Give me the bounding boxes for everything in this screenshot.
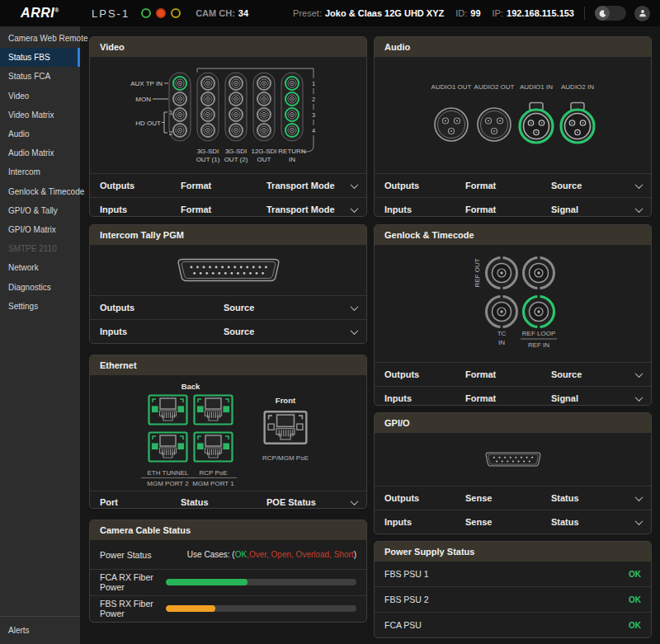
ethernet-front-label: Front (276, 396, 296, 405)
user-account-button[interactable] (634, 6, 650, 21)
sidebar-item-genlock-timecode[interactable]: Genlock & Timecode (0, 182, 80, 201)
col-return-line1: RETURN (278, 148, 306, 155)
sidebar-item-intercom[interactable]: Intercom (0, 162, 80, 181)
return-in-4-connector (285, 124, 299, 137)
col-3gsdi2-line1: 3G-SDI (225, 148, 248, 155)
gpio-inputs-sense: Sense (465, 517, 551, 527)
fbs-psu1-label: FBS PSU 1 (384, 569, 429, 579)
audio-outputs-format: Format (465, 181, 551, 190)
sidebar-item-gpio-matrix[interactable]: GPI/O Matrix (0, 220, 80, 239)
fbs-psu1-status: OK (629, 570, 641, 579)
intercom-outputs-source: Source (224, 303, 342, 313)
ethernet-poe-status-label: POE Status (266, 497, 342, 507)
ref-out-2-connector (524, 256, 554, 291)
rcp-mgm-poe-label: RCP/MGM PoE (262, 454, 309, 462)
audio1-in-xlr (520, 103, 553, 143)
ethernet-diagram-svg: Back Front ETH TUNNEL MGM PORT 2 RCP PoE… (90, 375, 367, 487)
use-case-overload: , Overload (291, 550, 329, 559)
db15-connector (483, 450, 543, 468)
intercom-connector-diagram (90, 245, 366, 295)
panel-power-supply-status: Power Supply Status FBS PSU 1 OK FBS PSU… (374, 541, 652, 638)
genlock-inputs-signal: Signal (551, 393, 626, 403)
sidebar-item-audio-matrix[interactable]: Audio Matrix (0, 143, 80, 162)
top-bar: ARRI® LPS-1 CAM CH:34 Preset:Joko & Claa… (0, 0, 660, 26)
audio-connector-diagram: AUDIO1 OUT AUDIO2 OUT AUDIO1 IN AUDIO2 I… (375, 57, 651, 173)
col-3gsdi2-line2: OUT (2) (224, 156, 248, 163)
audio-inputs-row[interactable]: Inputs Format Signal (375, 197, 651, 217)
fca-psu-row: FCA PSU OK (375, 612, 651, 637)
gpio-inputs-row[interactable]: Inputs Sense Status (375, 510, 651, 534)
sidebar-item-diagnostics[interactable]: Diagnostics (0, 277, 80, 296)
ethernet-status-label: Status (181, 497, 266, 507)
ref-in-label: REF IN (528, 341, 549, 349)
sidebar-item-status-fbs[interactable]: Status FBS (0, 48, 80, 67)
eth-port-back-1 (149, 396, 187, 425)
eth-port-front (265, 411, 307, 444)
chevron-down-icon (634, 369, 643, 378)
eth-port-back-4 (195, 433, 233, 462)
gpio-outputs-status: Status (551, 493, 626, 503)
video-inputs-row[interactable]: Inputs Format Transport Mode (90, 197, 366, 217)
sidebar-item-video[interactable]: Video (0, 87, 80, 106)
audio-outputs-row[interactable]: Outputs Format Source (375, 173, 651, 197)
sidebar-item-video-matrix[interactable]: Video Matrix (0, 106, 80, 125)
sidebar-item-settings[interactable]: Settings (0, 297, 80, 316)
tc-label: TC (497, 330, 507, 337)
ref-out-1-connector (487, 256, 517, 291)
ref-loop-ref-in-connector (524, 294, 554, 330)
main-content: Video (80, 26, 660, 644)
audio-panel-title: Audio (375, 37, 651, 57)
power-status-label: Power Status (100, 550, 151, 560)
intercom-outputs-row[interactable]: Outputs Source (90, 295, 366, 319)
gpio-connector-diagram (375, 433, 651, 486)
audio2-in-label: AUDIO2 IN (561, 83, 594, 91)
device-ip: IP:192.168.115.153 (493, 8, 574, 18)
fbs-fiber-bar-track (166, 605, 356, 612)
ethernet-connector-diagram: Back Front ETH TUNNEL MGM PORT 2 RCP PoE… (90, 375, 366, 491)
genlock-panel-title: Genlock & Timecode (375, 225, 651, 245)
video-outputs-label: Outputs (90, 181, 181, 190)
hd-out-2-connector (173, 124, 186, 137)
device-id: ID:99 (455, 8, 480, 18)
gpio-outputs-row[interactable]: Outputs Sense Status (375, 486, 651, 510)
hd-out-label: HD OUT (135, 120, 161, 127)
panel-intercom-tally-pgm: Intercom Tally PGM Outputs Source Inputs… (89, 224, 367, 344)
svg-text:1: 1 (312, 80, 315, 87)
video-inputs-format: Format (181, 204, 266, 214)
chevron-down-icon (634, 517, 643, 525)
ethernet-back-label: Back (182, 382, 200, 391)
panel-audio: Audio AUDIO1 OUT AUDIO2 OUT AUDIO1 IN AU… (374, 36, 652, 217)
ethernet-port-row[interactable]: Port Status POE Status (90, 491, 366, 509)
video-panel-title: Video (90, 37, 366, 57)
audio2-out-label: AUDIO2 OUT (474, 83, 515, 91)
sidebar: Camera Web Remote Status FBS Status FCA … (0, 26, 80, 644)
genlock-outputs-label: Outputs (375, 369, 465, 379)
logo-zone: ARRI® (0, 6, 80, 21)
sidebar-item-alerts[interactable]: Alerts (0, 616, 80, 644)
audio1-out-label: AUDIO1 OUT (431, 83, 472, 91)
video-outputs-row[interactable]: Outputs Format Transport Mode (90, 173, 366, 197)
fbs-psu2-status: OK (629, 595, 641, 604)
audio1-in-label: AUDIO1 IN (520, 83, 553, 91)
genlock-outputs-row[interactable]: Outputs Format Source (375, 362, 651, 386)
sidebar-item-network[interactable]: Network (0, 258, 80, 277)
intercom-inputs-row[interactable]: Inputs Source (90, 319, 366, 343)
preset-info: Preset:Joko & Claas 12G UHD XYZ (293, 8, 444, 18)
fca-fiber-label: FCA RX Fiber Power (100, 572, 166, 592)
fca-rx-fiber-power-row: FCA RX Fiber Power (90, 569, 366, 595)
fca-fiber-bar-fill (166, 579, 248, 585)
sidebar-item-status-fca[interactable]: Status FCA (0, 67, 80, 86)
video-diagram-svg: AUX TP IN MON HD OUT 1 2 (90, 57, 367, 170)
fbs-psu1-row: FBS PSU 1 OK (375, 562, 651, 586)
sidebar-item-audio[interactable]: Audio (0, 125, 80, 143)
col-return-line2: IN (289, 156, 295, 163)
sidebar-item-gpio-tally[interactable]: GPI/O & Tally (0, 201, 80, 220)
sidebar-item-camera-web-remote[interactable]: Camera Web Remote (0, 29, 80, 48)
genlock-inputs-row[interactable]: Inputs Format Signal (375, 386, 651, 406)
chevron-down-icon (634, 181, 643, 189)
col-12gsdi-line2: OUT (257, 156, 271, 163)
use-cases-legend: Use Cases: (OK,Over, Open, Overload, Sho… (187, 550, 356, 559)
video-connector-diagram: AUX TP IN MON HD OUT 1 2 (90, 57, 366, 173)
ref-loop-label: REF LOOP (522, 330, 555, 337)
dark-mode-toggle[interactable] (595, 6, 626, 21)
